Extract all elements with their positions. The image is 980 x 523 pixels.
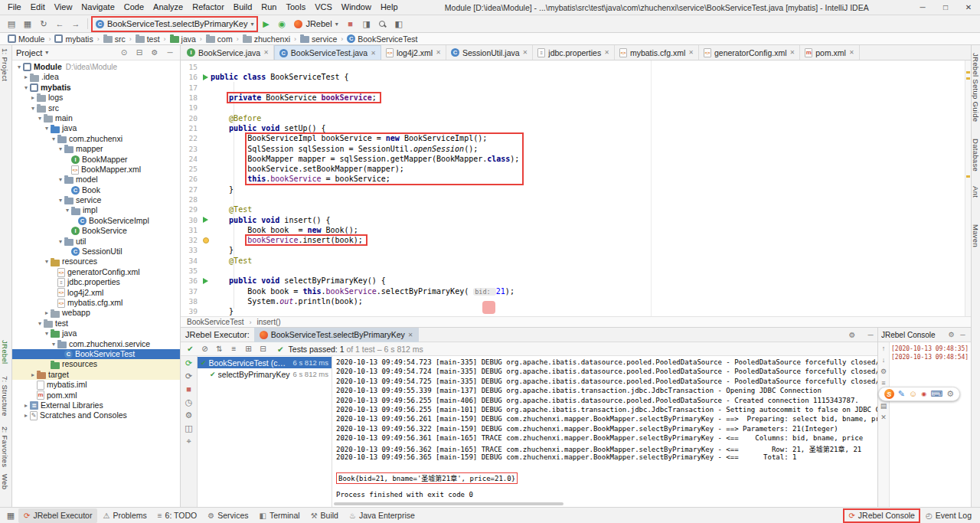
history-icon[interactable]: ◷ [185, 397, 193, 407]
chevron-expanded-icon[interactable]: ▾ [57, 237, 64, 247]
code-line[interactable]: 18 private BookService bookService; [181, 93, 971, 103]
tree-item-book[interactable]: CBook [12, 185, 180, 195]
menu-file[interactable]: File [3, 0, 26, 15]
breadcrumb-item-mybatis[interactable]: mybatis [53, 34, 94, 44]
horizontal-scrollbar[interactable] [332, 501, 877, 507]
emoji-icon[interactable]: ☺ [909, 389, 917, 399]
list-icon[interactable]: ≡ [227, 345, 240, 353]
chevron-expanded-icon[interactable]: ▾ [64, 205, 71, 215]
tree-item-main[interactable]: ▾main [12, 113, 180, 123]
code-line[interactable]: 32 bookService.insert(book); [181, 235, 971, 245]
back-icon[interactable]: ← [52, 17, 67, 31]
menu-window[interactable]: Window [337, 0, 376, 15]
tree-item-idea[interactable]: ▸.idea [12, 72, 180, 82]
code-line[interactable]: 15 [181, 62, 971, 72]
tree-item-bookservicetest[interactable]: CBookServiceTest [12, 349, 180, 359]
code-line[interactable]: 22 BookServiceImpl bookService = new Boo… [181, 133, 971, 143]
sort-icon[interactable]: ⇅ [213, 345, 226, 353]
close-tab-icon[interactable]: ✕ [263, 49, 269, 56]
chevron-collapsed-icon[interactable]: ▸ [22, 410, 30, 420]
code-line[interactable]: 27 } [181, 185, 971, 194]
tree-item-module[interactable]: ▾ModuleD:\idea\Module [12, 62, 180, 72]
run-gutter-icon[interactable] [203, 278, 208, 284]
tree-item-mybatis[interactable]: ▾mybatis [12, 83, 180, 93]
sync-icon[interactable]: ↻ [36, 17, 51, 31]
pin-icon[interactable]: ⌖ [186, 436, 191, 446]
intention-bulb-icon[interactable] [203, 237, 209, 244]
tree-item-bookserviceimpl[interactable]: CBookServiceImpl [12, 216, 180, 226]
save-icon[interactable]: ▦ [20, 17, 35, 31]
close-tab-icon[interactable]: ✕ [688, 49, 694, 56]
minimize-icon[interactable]: ─ [911, 0, 934, 15]
toolwindow-button-2-favorites[interactable]: 2: Favorites [1, 427, 9, 467]
search-icon[interactable] [375, 17, 390, 31]
chevron-expanded-icon[interactable]: ▾ [43, 123, 51, 133]
tree-item-jdbc-properties[interactable]: ≡jdbc.properties [12, 277, 180, 287]
statusbar-6-todo[interactable]: ≡ 6: TODO [152, 508, 202, 523]
chevron-expanded-icon[interactable]: ▾ [22, 83, 30, 93]
chevron-down-icon[interactable]: ▾ [45, 49, 48, 56]
chevron-expanded-icon[interactable]: ▾ [50, 339, 57, 349]
code-line[interactable]: 38 System.out.println(book); [181, 296, 971, 306]
project-panel-title[interactable]: Project [16, 48, 42, 57]
menu-run[interactable]: Run [256, 0, 281, 15]
tree-item-bookmapper[interactable]: IBookMapper [12, 155, 180, 165]
statusbar-event-log[interactable]: ◴ Event Log [920, 508, 977, 523]
editor-tab-bookservicetest-java[interactable]: CBookServiceTest.java✕ [274, 45, 381, 60]
executor-run-tab[interactable]: BookServiceTest.selectByPrimaryKey ✕ [254, 328, 419, 342]
tree-item-scratches-and-consoles[interactable]: ▸✎Scratches and Consoles [12, 410, 180, 420]
editor-tab-pom-xml[interactable]: mpom.xml✕ [800, 45, 859, 60]
chevron-collapsed-icon[interactable]: ▸ [29, 93, 37, 103]
hide-panel-icon[interactable]: ─ [864, 331, 877, 339]
close-tab-icon[interactable]: ✕ [790, 49, 795, 56]
code-line[interactable]: 29 @Test [181, 204, 971, 214]
editor-tab-log4j2-xml[interactable]: <>log4j2.xml✕ [381, 45, 446, 60]
debug-icon[interactable]: ◉ [274, 17, 289, 31]
rerun-tests-icon[interactable]: ⟳ [185, 358, 192, 368]
toolwindow-button-web[interactable]: Web [1, 474, 9, 489]
gear-icon[interactable]: ⚙ [946, 331, 956, 338]
editor-tab-sessionutil-java[interactable]: CSessionUtil.java✕ [446, 45, 533, 60]
tree-item-com-zhuchenxi[interactable]: ▾com.zhuchenxi [12, 134, 180, 144]
hide-panel-icon[interactable]: ─ [958, 331, 968, 338]
close-tab-icon[interactable]: ✕ [523, 49, 528, 56]
tree-item-resources[interactable]: resources [12, 359, 180, 369]
editor-tab-jdbc-properties[interactable]: ≡jdbc.properties✕ [533, 45, 615, 60]
run-icon[interactable]: ▶ [258, 17, 273, 31]
chevron-expanded-icon[interactable]: ▾ [43, 257, 51, 266]
code-line[interactable]: 20 @Before [181, 113, 971, 123]
tree-item-bookservice[interactable]: IBookService [12, 226, 180, 236]
statusbar-jrebel-console[interactable]: ⟳ JRebel Console [843, 508, 920, 523]
gear-icon[interactable]: ⚙ [845, 331, 859, 339]
tree-item-mapper[interactable]: ▾mapper [12, 144, 180, 154]
layout-icon[interactable]: ◧ [391, 17, 407, 31]
code-line[interactable]: 33 } [181, 245, 971, 255]
menu-view[interactable]: View [50, 0, 77, 15]
chevron-expanded-icon[interactable]: ▾ [36, 319, 44, 329]
code-editor[interactable]: 15 16public class BookServiceTest {17 18… [181, 60, 971, 316]
chevron-collapsed-icon[interactable]: ▸ [22, 72, 30, 82]
tree-item-external-libraries[interactable]: ▸≣External Libraries [12, 400, 180, 410]
chevron-expanded-icon[interactable]: ▾ [15, 62, 23, 72]
toolbox-icon[interactable]: ⚙ [946, 389, 954, 399]
toolwindow-button-jrebel[interactable]: JRebel [1, 340, 9, 364]
chevron-expanded-icon[interactable]: ▾ [50, 134, 57, 144]
menu-build[interactable]: Build [229, 0, 256, 15]
soft-wrap-icon[interactable]: ≡ [881, 380, 885, 387]
chevron-expanded-icon[interactable]: ▾ [57, 144, 64, 154]
test-result-selectbyprimarykey[interactable]: ✔ selectByPrimaryKey 6 s 812 ms [198, 368, 332, 380]
open-icon[interactable]: ▤ [4, 17, 19, 31]
handwriting-icon[interactable]: ✎ [898, 389, 905, 399]
chevron-expanded-icon[interactable]: ▾ [43, 329, 51, 338]
statusbar-build[interactable]: ⚒ Build [305, 508, 344, 523]
code-line[interactable]: 34 @Test [181, 256, 971, 266]
breadcrumb-item-java[interactable]: java [168, 34, 198, 44]
rerun-check-icon[interactable]: ✔ [184, 345, 197, 353]
menu-analyze[interactable]: Analyze [149, 0, 188, 15]
collapse-all-icon[interactable]: ⊟ [256, 345, 270, 353]
warning-mark-icon[interactable] [966, 71, 970, 74]
filter-passed-icon[interactable]: ⊘ [198, 345, 211, 353]
menu-help[interactable]: Help [376, 0, 403, 15]
breadcrumb-item-test[interactable]: test [134, 34, 162, 44]
settings-icon[interactable]: ⚙ [880, 368, 887, 375]
